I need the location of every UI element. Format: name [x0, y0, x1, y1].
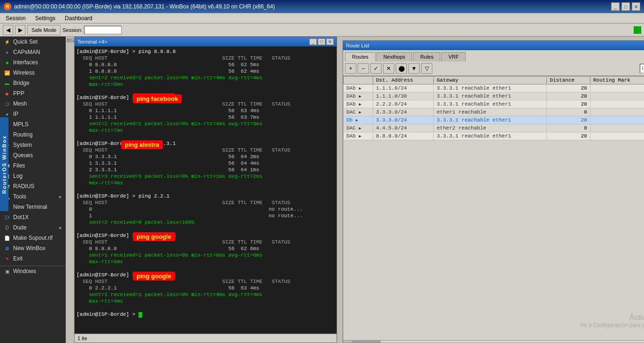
route-search: all — [640, 64, 644, 73]
sidebar-item-dude[interactable]: D Dude — [0, 222, 66, 233]
maximize-button[interactable]: □ — [621, 2, 630, 11]
terminal-line: 0 3.3.3.1 56 64 2ms — [77, 153, 335, 160]
sidebar-item-makesupout[interactable]: 📄 Make Supout.rif — [0, 233, 66, 243]
row-dst: 8.8.8.0/24 — [373, 132, 434, 140]
sidebar-item-windows[interactable]: ▣ Windows — [0, 266, 66, 276]
sidebar-item-newwinbox[interactable]: 🖥 New WinBox — [0, 243, 66, 253]
filter-route-button[interactable]: ▽ — [421, 63, 432, 74]
route-table: Dst. Address Gateway Distance Routing Ma… — [343, 76, 644, 140]
sidebar-item-queues[interactable]: ≡ Queues — [0, 150, 66, 160]
sidebar-item-capsman[interactable]: ● CAPsMAN — [0, 47, 66, 57]
sidebar-item-mesh[interactable]: ⬡ Mesh — [0, 99, 66, 109]
close-button[interactable]: ✕ — [632, 2, 640, 11]
row-distance: 0 — [547, 124, 590, 132]
sidebar-label-queues: Queues — [13, 152, 33, 159]
col-distance[interactable]: Distance — [547, 76, 590, 84]
terminal-line — [77, 88, 335, 94]
tab-nexthops[interactable]: Nexthops — [376, 52, 412, 61]
table-row[interactable]: DAb ▶ 1.1.1.0/30 3.3.3.1 reachable ether… — [344, 92, 644, 100]
terminal-status-bar: 1 ite — [74, 334, 337, 343]
terminal-line: SEQ HOST SIZE TTL TIME STATUS — [77, 278, 335, 285]
copy-route-button[interactable]: ⬤ — [396, 63, 407, 74]
tab-rules[interactable]: Rules — [413, 52, 440, 61]
back-button[interactable]: ◀ — [3, 25, 13, 35]
terminal-window-controls[interactable]: _ □ ✕ — [309, 38, 334, 45]
row-gateway: 3.3.3.1 reachable ether1 — [434, 84, 547, 92]
route-table-container: Dst. Address Gateway Distance Routing Ma… — [343, 76, 644, 340]
terminal-line: 0 8.8.8.8 56 62 6ms — [77, 245, 335, 252]
sidebar-item-log[interactable]: 📋 Log — [0, 171, 66, 181]
table-row[interactable]: DAC ▶ 3.3.3.0/24 ether1 reachable 0 3.3.… — [344, 108, 644, 116]
sidebar-item-files[interactable]: 📁 Files — [0, 160, 66, 171]
route-title-bar: Route List _ □ ✕ — [343, 41, 644, 50]
menu-settings[interactable]: Settings — [31, 14, 59, 23]
row-distance: 20 — [547, 100, 590, 108]
tab-routes[interactable]: Routes — [345, 52, 376, 61]
route-search-input[interactable] — [640, 64, 644, 73]
row-dst: 4.4.5.0/24 — [373, 124, 434, 132]
add-route-button[interactable]: + — [345, 63, 356, 74]
table-row[interactable]: DAb ▶ 8.8.8.0/24 3.3.3.1 reachable ether… — [344, 132, 644, 140]
row-mark — [590, 100, 644, 108]
terminal-line — [77, 305, 335, 311]
disable-route-button[interactable]: ✕ — [383, 63, 394, 74]
row-type: DAC ▶ — [344, 108, 373, 116]
row-mark — [590, 116, 644, 124]
sidebar-item-newterminal[interactable]: ▶ New Terminal — [0, 202, 66, 212]
col-dst[interactable]: Dst. Address — [373, 76, 434, 84]
sidebar-item-tools[interactable]: 🔧 Tools — [0, 191, 66, 202]
sidebar-item-interfaces[interactable]: ■ Interfaces — [0, 57, 66, 68]
sidebar-item-exit[interactable]: ✕ Exit — [0, 253, 66, 264]
cursor — [138, 312, 142, 318]
forward-button[interactable]: ▶ — [15, 25, 25, 35]
enable-route-button[interactable]: ✓ — [370, 63, 382, 74]
ping-alestra-label: ping alestra — [121, 140, 163, 149]
terminal-maximize-button[interactable]: □ — [318, 38, 325, 45]
table-row[interactable]: DAC ▶ 4.4.5.0/24 ether2 reachable 0 4.4.… — [344, 124, 644, 132]
sidebar-item-wireless[interactable]: 📶 Wireless — [0, 68, 66, 78]
col-gateway[interactable]: Gateway — [434, 76, 547, 84]
menu-session[interactable]: Session — [2, 14, 30, 23]
sidebar-item-mpls[interactable]: ● MPLS — [0, 119, 66, 130]
row-gateway: 3.3.3.1 reachable ether1 — [434, 100, 547, 108]
row-type: DAb ▶ — [344, 92, 373, 100]
sidebar-item-ip[interactable]: ● IP — [0, 109, 66, 119]
sidebar-label-windows: Windows — [13, 268, 36, 274]
row-distance: 20 — [547, 84, 590, 92]
sidebar-label-dude: Dude — [13, 224, 27, 231]
menu-dashboard[interactable]: Dashboard — [61, 14, 96, 23]
row-distance: 20 — [547, 92, 590, 100]
sidebar-item-ppp[interactable]: ◆ PPP — [0, 88, 66, 99]
tab-vrf[interactable]: VRF — [441, 52, 466, 61]
remove-route-button[interactable]: − — [358, 63, 369, 74]
safe-mode-button[interactable]: Safe Mode — [27, 25, 61, 35]
sidebar-item-radius[interactable]: 🔐 RADIUS — [0, 181, 66, 191]
sort-route-button[interactable]: ▼ — [408, 63, 420, 74]
sidebar-item-bridge[interactable]: ▬ Bridge — [0, 78, 66, 88]
title-bar-controls[interactable]: _ □ ✕ — [611, 2, 640, 11]
newwinbox-icon: 🖥 — [4, 245, 10, 252]
col-mark[interactable]: Routing Mark — [590, 76, 644, 84]
mesh-icon: ⬡ — [4, 100, 10, 107]
watermark: Activar Windows Ve a Configuración para … — [580, 313, 644, 328]
session-input[interactable] — [84, 26, 122, 34]
app-icon: R — [4, 3, 11, 10]
sidebar-item-routing[interactable]: ● Routing — [0, 130, 66, 140]
row-gateway: 3.3.3.1 reachable ether1 — [434, 132, 547, 140]
table-row[interactable]: DAb ▶ 1.1.1.0/24 3.3.3.1 reachable ether… — [344, 84, 644, 92]
table-row[interactable]: Db ▶ 3.3.3.0/24 3.3.3.1 reachable ether1… — [344, 116, 644, 124]
terminal-line: [admin@ISP-Borde] > ping 2.2.1 — [77, 193, 335, 199]
row-dst: 3.3.3.0/24 — [373, 116, 434, 124]
terminal-minimize-button[interactable]: _ — [309, 38, 317, 45]
ping-google-label-3: ping google — [133, 272, 175, 281]
terminal-line: max-rtt=5ms — [77, 81, 335, 88]
terminal-line — [77, 265, 335, 272]
sidebar-label-mesh: Mesh — [13, 100, 27, 107]
terminal-close-button[interactable]: ✕ — [326, 38, 334, 45]
sidebar-item-quickset[interactable]: ⚡ Quick Set — [0, 37, 66, 47]
sidebar-item-dot1x[interactable]: 1X Dot1X — [0, 212, 66, 222]
ping-facebook-label: ping facebook — [133, 94, 182, 103]
sidebar-item-system[interactable]: ⚙ System — [0, 140, 66, 150]
minimize-button[interactable]: _ — [611, 2, 620, 11]
table-row[interactable]: DAb ▶ 2.2.2.0/24 3.3.3.1 reachable ether… — [344, 100, 644, 108]
